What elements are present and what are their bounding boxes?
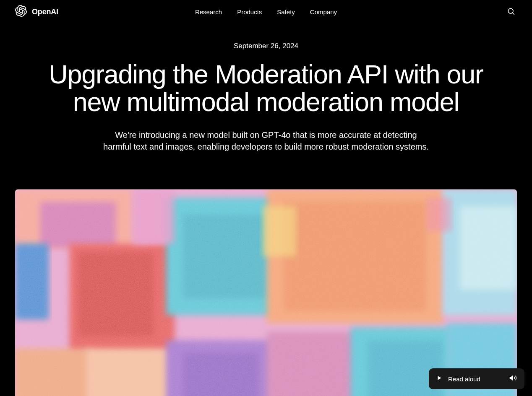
nav-company[interactable]: Company — [310, 8, 337, 16]
svg-rect-11 — [284, 202, 426, 311]
search-icon — [507, 7, 515, 17]
read-aloud-widget[interactable]: Read aloud — [429, 368, 524, 389]
nav-products[interactable]: Products — [237, 8, 262, 16]
svg-rect-12 — [263, 206, 296, 256]
hero-image — [15, 189, 517, 396]
openai-logo-icon — [15, 5, 27, 18]
svg-rect-16 — [86, 349, 170, 396]
read-aloud-label: Read aloud — [448, 375, 480, 383]
read-aloud-left: Read aloud — [436, 375, 480, 383]
search-button[interactable] — [505, 5, 517, 18]
nav-safety[interactable]: Safety — [277, 8, 295, 16]
svg-rect-5 — [15, 244, 49, 319]
svg-rect-7 — [78, 252, 154, 336]
svg-line-1 — [513, 13, 514, 14]
svg-rect-14 — [460, 206, 517, 290]
main-nav: Research Products Safety Company — [195, 8, 337, 16]
svg-rect-9 — [183, 215, 267, 298]
article-date: September 26, 2024 — [0, 42, 532, 50]
svg-rect-4 — [40, 202, 116, 248]
svg-rect-23 — [133, 189, 175, 244]
nav-research[interactable]: Research — [195, 8, 222, 16]
brand-name: OpenAI — [32, 8, 58, 16]
volume-icon — [509, 374, 517, 383]
svg-rect-18 — [183, 353, 258, 396]
article-subtitle: We're introducing a new model built on G… — [102, 129, 430, 153]
play-icon — [436, 375, 442, 383]
svg-rect-19 — [267, 332, 359, 396]
brand-logo-link[interactable]: OpenAI — [15, 5, 58, 18]
article-content: September 26, 2024 Upgrading the Moderat… — [0, 23, 532, 396]
svg-rect-15 — [15, 349, 91, 396]
article-title: Upgrading the Moderation API with our ne… — [35, 60, 497, 116]
svg-rect-24 — [426, 198, 451, 231]
site-header: OpenAI Research Products Safety Company — [0, 0, 532, 23]
